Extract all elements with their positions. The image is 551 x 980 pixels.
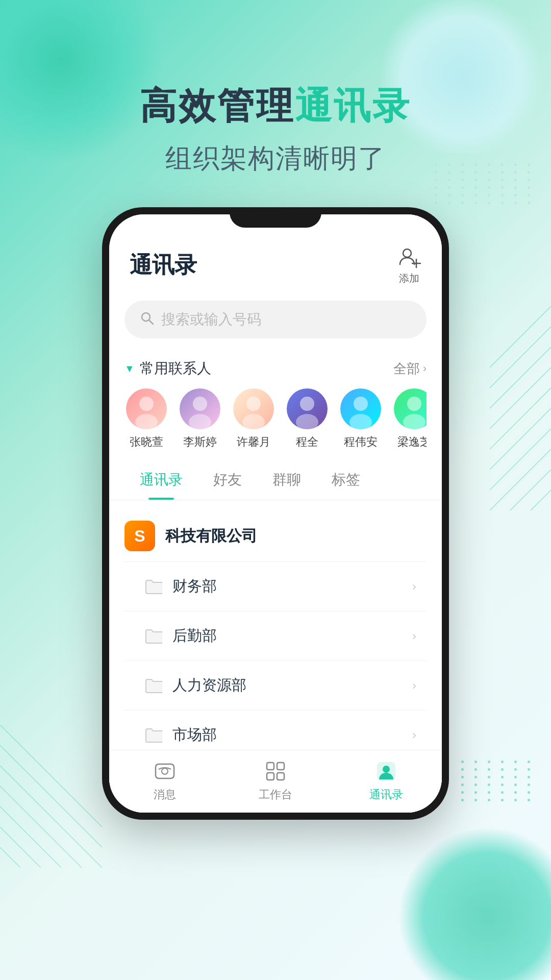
dept-name: 财务部	[172, 576, 412, 597]
tab-群聊[interactable]: 群聊	[257, 460, 316, 500]
svg-point-26	[246, 397, 261, 411]
avatar	[233, 388, 274, 429]
search-icon	[140, 311, 154, 329]
dept-name: 市场部	[172, 725, 412, 745]
svg-point-22	[139, 397, 154, 411]
dept-item[interactable]: 后勤部›	[124, 611, 427, 661]
avatar-item[interactable]: 梁逸芝	[392, 388, 427, 450]
header-title: 高效管理通讯录	[0, 82, 551, 131]
grid-icon	[263, 758, 288, 784]
avatar-item[interactable]: 李斯婷	[178, 388, 221, 450]
bg-blob-bottom-right	[398, 827, 551, 980]
avatar-item[interactable]: 张晓萱	[124, 388, 168, 450]
tabs-row: 通讯录好友群聊标签	[109, 460, 442, 500]
svg-line-15	[0, 827, 41, 868]
avatar	[180, 388, 220, 429]
nav-label: 工作台	[259, 787, 292, 802]
tab-标签[interactable]: 标签	[316, 460, 375, 500]
svg-point-25	[189, 414, 211, 429]
nav-item-消息[interactable]: 消息	[109, 758, 220, 802]
org-logo: S	[124, 521, 155, 551]
avatar-name: 张晓萱	[130, 434, 163, 450]
svg-point-30	[354, 397, 368, 411]
chevron-right-icon: ›	[412, 678, 416, 693]
avatar-name: 程全	[296, 434, 318, 450]
dept-item[interactable]: 财务部›	[124, 562, 427, 611]
svg-point-43	[383, 766, 390, 773]
folder-icon	[145, 678, 162, 693]
svg-rect-36	[156, 764, 174, 778]
avatar	[126, 388, 167, 429]
view-all-label: 全部	[393, 360, 420, 378]
search-bar[interactable]: 搜索或输入号码	[124, 301, 427, 338]
svg-point-27	[242, 414, 265, 429]
frequent-left: ▼ 常用联系人	[124, 359, 211, 378]
header-title-teal: 通讯录	[295, 85, 411, 126]
folder-icon	[145, 628, 162, 644]
triangle-icon: ▼	[124, 363, 135, 375]
dept-name: 人力资源部	[172, 675, 412, 696]
svg-point-33	[403, 414, 425, 429]
dept-item[interactable]: 人力资源部›	[124, 661, 427, 710]
avatar-name: 许馨月	[237, 434, 270, 450]
add-label: 添加	[399, 272, 419, 285]
svg-line-16	[0, 847, 20, 868]
chevron-right-icon: ›	[423, 362, 427, 375]
tab-好友[interactable]: 好友	[198, 460, 257, 500]
avatar-item[interactable]: 许馨月	[232, 388, 275, 450]
header-title-dark: 高效管理	[140, 85, 295, 126]
avatar-item[interactable]: 程伟安	[339, 388, 382, 450]
svg-line-21	[149, 320, 153, 324]
search-bar-wrap: 搜索或输入号码	[109, 296, 442, 349]
search-placeholder-text: 搜索或输入号码	[161, 310, 261, 329]
add-contact-button[interactable]: 添加	[397, 245, 421, 285]
avatar-item[interactable]: 程全	[285, 388, 329, 450]
svg-rect-40	[267, 773, 274, 780]
frequent-section: ▼ 常用联系人 全部 › 张晓萱 李斯婷 许馨月 程全	[109, 349, 442, 455]
contacts-icon	[373, 758, 399, 784]
folder-icon	[145, 579, 162, 594]
avatar-name: 梁逸芝	[397, 434, 427, 450]
nav-item-通讯录[interactable]: 通讯录	[331, 758, 442, 802]
svg-point-37	[162, 768, 168, 774]
chat-icon	[152, 758, 178, 784]
svg-rect-38	[267, 763, 274, 770]
phone-frame: 通讯录 添加	[102, 207, 449, 820]
app-title: 通讯录	[130, 250, 197, 280]
svg-point-32	[407, 397, 421, 411]
phone-content: 通讯录 添加	[109, 214, 442, 813]
chevron-right-icon: ›	[412, 728, 416, 742]
avatar-name: 程伟安	[344, 434, 378, 450]
phone-inner: 通讯录 添加	[109, 214, 442, 813]
phone-wrapper: 通讯录 添加	[0, 207, 551, 820]
avatar	[340, 388, 381, 429]
svg-rect-39	[277, 763, 284, 770]
svg-rect-41	[277, 773, 284, 780]
folder-icon	[145, 727, 162, 743]
frequent-header: ▼ 常用联系人 全部 ›	[124, 359, 427, 378]
org-header: S 科技有限公司	[124, 510, 427, 562]
avatars-row: 张晓萱 李斯婷 许馨月 程全 程伟安 梁逸芝 涂...	[124, 388, 427, 450]
nav-label: 通讯录	[369, 787, 403, 802]
nav-item-工作台[interactable]: 工作台	[220, 758, 331, 802]
tab-通讯录[interactable]: 通讯录	[124, 460, 198, 500]
phone-notch	[230, 207, 321, 228]
dept-name: 后勤部	[172, 626, 412, 646]
chevron-right-icon: ›	[412, 579, 416, 594]
header-section: 高效管理通讯录 组织架构清晰明了	[0, 0, 551, 177]
svg-point-24	[193, 397, 207, 411]
svg-point-29	[296, 414, 318, 429]
org-name: 科技有限公司	[165, 526, 257, 547]
svg-point-31	[349, 414, 372, 429]
avatar-name: 李斯婷	[183, 434, 217, 450]
svg-point-23	[135, 414, 158, 429]
svg-point-17	[403, 249, 411, 257]
view-all-button[interactable]: 全部 ›	[393, 360, 427, 378]
chevron-right-icon: ›	[412, 629, 416, 643]
avatar	[287, 388, 328, 429]
header-subtitle: 组织架构清晰明了	[0, 141, 551, 177]
nav-label: 消息	[154, 787, 176, 802]
svg-point-28	[300, 397, 314, 411]
add-person-icon	[397, 245, 421, 270]
bottom-nav: 消息 工作台 通讯录	[109, 750, 442, 813]
